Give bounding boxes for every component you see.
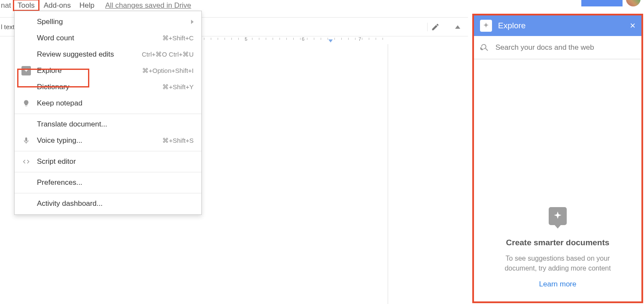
explore-panel-body: Create smarter documents To see suggesti…: [474, 59, 641, 301]
menu-item-label: Spelling: [32, 18, 191, 26]
menu-item-label: Activity dashboard...: [32, 199, 194, 208]
menu-item-dictionary[interactable]: Dictionary⌘+Shift+Y: [15, 79, 201, 95]
tools-menu-dropdown: SpellingWord count⌘+Shift+CReview sugges…: [14, 11, 202, 215]
mic-icon: [21, 137, 32, 144]
menu-item-label: Keep notepad: [32, 99, 194, 108]
menu-divider: [15, 172, 201, 172]
search-icon: [480, 43, 489, 52]
menu-item-activity-dashboard[interactable]: Activity dashboard...: [15, 196, 201, 212]
menu-item-shortcut: ⌘+Shift+S: [162, 137, 194, 144]
menu-item-shortcut: Ctrl+⌘O Ctrl+⌘U: [142, 51, 194, 58]
ruler-number: 7: [358, 36, 361, 42]
menu-item-shortcut: ⌘+Shift+Y: [162, 83, 194, 91]
menu-item-label: Voice typing...: [32, 136, 162, 145]
menu-item-label: Dictionary: [32, 83, 162, 91]
explore-icon: [21, 66, 32, 75]
explore-search-bar: [474, 36, 641, 59]
menu-item-word-count[interactable]: Word count⌘+Shift+C: [15, 30, 201, 46]
share-button-fragment[interactable]: [581, 0, 623, 6]
menu-item-label: Preferences...: [32, 178, 194, 187]
menu-item-label: Explore: [32, 66, 142, 75]
menu-item-shortcut: ⌘+Shift+C: [162, 34, 194, 42]
menu-item-spelling[interactable]: Spelling: [15, 14, 201, 30]
menu-tools[interactable]: Tools: [13, 0, 39, 11]
menu-item-label: Script editor: [32, 157, 194, 166]
explore-empty-icon: [549, 207, 567, 225]
menu-help[interactable]: Help: [75, 0, 99, 11]
editing-mode-button[interactable]: [427, 23, 447, 31]
menu-item-voice-typing[interactable]: Voice typing...⌘+Shift+S: [15, 132, 201, 149]
ruler-indent-marker[interactable]: [328, 39, 333, 42]
collapse-toolbar-button[interactable]: [451, 20, 465, 34]
explore-search-input[interactable]: [495, 43, 635, 52]
menu-divider: [15, 151, 201, 151]
explore-side-panel: Explore × Create smarter documents To se…: [472, 14, 643, 303]
menu-divider: [15, 193, 201, 193]
menu-item-keep-notepad[interactable]: Keep notepad: [15, 95, 201, 111]
menu-divider: [15, 114, 201, 114]
menu-item-preferences[interactable]: Preferences...: [15, 175, 201, 191]
menu-item-shortcut: ⌘+Option+Shift+I: [142, 67, 194, 75]
save-status[interactable]: All changes saved in Drive: [105, 1, 191, 10]
code-icon: [21, 158, 32, 166]
menu-bar: nat Tools Add-ons Help All changes saved…: [0, 0, 644, 11]
explore-empty-title: Create smarter documents: [506, 238, 610, 247]
submenu-arrow-icon: [191, 20, 194, 24]
explore-panel-title: Explore: [498, 21, 526, 30]
bulb-icon: [21, 99, 32, 107]
menu-addons[interactable]: Add-ons: [39, 0, 75, 11]
menu-fragment: nat: [0, 1, 13, 10]
ruler-number: 6: [302, 36, 304, 42]
menu-item-label: Translate document...: [32, 120, 194, 129]
ruler-number: 5: [245, 36, 247, 42]
close-icon[interactable]: ×: [630, 20, 635, 31]
explore-icon: [480, 20, 492, 32]
explore-panel-header: Explore ×: [474, 15, 641, 36]
menu-item-label: Word count: [32, 34, 162, 42]
explore-learn-more-link[interactable]: Learn more: [539, 280, 577, 289]
menu-item-review-suggested-edits[interactable]: Review suggested editsCtrl+⌘O Ctrl+⌘U: [15, 46, 201, 63]
menu-item-script-editor[interactable]: Script editor: [15, 154, 201, 170]
menu-item-translate-document[interactable]: Translate document...: [15, 116, 201, 132]
menu-item-explore[interactable]: Explore⌘+Option+Shift+I: [15, 63, 201, 79]
explore-empty-subtitle: To see suggestions based on your documen…: [493, 253, 622, 273]
menu-item-label: Review suggested edits: [32, 50, 142, 59]
